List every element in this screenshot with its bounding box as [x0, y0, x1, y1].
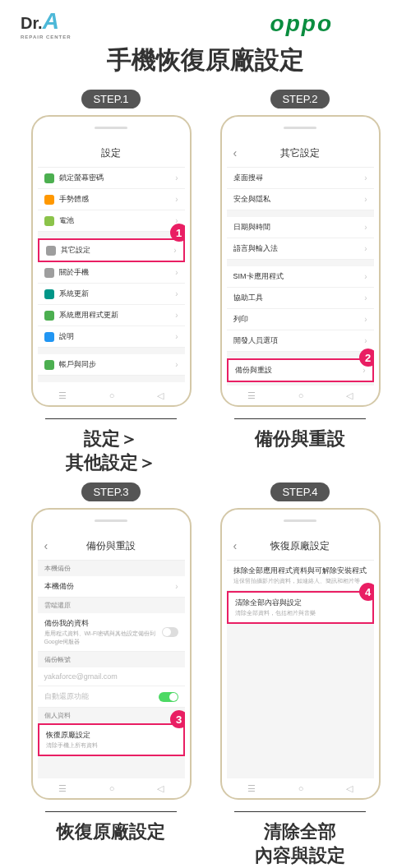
back-icon[interactable]: ‹ — [44, 539, 48, 552]
list-item[interactable]: 備份我的資料應用程式資料、Wi-Fi密碼與其他設定備份到Google伺服器 — [38, 613, 185, 652]
step-3: STEP.3 ‹備份與重設 本機備份 本機備份› 雲端還原 備份我的資料應用程式… — [25, 482, 197, 867]
list-item[interactable]: 電池› — [38, 210, 185, 232]
back-icon[interactable]: ‹ — [233, 539, 238, 552]
step-number-badge: 3 — [170, 710, 185, 728]
step-number-badge: 2 — [359, 349, 374, 367]
screen-title: ‹備份與重設 — [38, 533, 185, 561]
nav-back-icon[interactable]: ◁ — [157, 783, 164, 794]
list-item-other-settings[interactable]: 1 其它設定› — [38, 238, 185, 262]
list-item[interactable]: 桌面搜尋› — [227, 168, 374, 189]
list-item[interactable]: 列印› — [227, 309, 374, 330]
nav-menu-icon[interactable]: ☰ — [58, 390, 67, 401]
list-item[interactable]: 本機備份› — [38, 576, 185, 598]
phone-frame: ‹備份與重設 本機備份 本機備份› 雲端還原 備份我的資料應用程式資料、Wi-F… — [31, 508, 192, 800]
caption: 恢復原廠設定 — [57, 820, 165, 844]
nav-home-icon[interactable]: ○ — [109, 390, 115, 400]
toggle[interactable] — [162, 627, 178, 637]
toggle[interactable] — [159, 692, 178, 702]
nav-bar: ☰○◁ — [227, 389, 374, 402]
list-item-backup-reset[interactable]: 2 備份與重設› — [227, 358, 374, 382]
nav-menu-icon[interactable]: ☰ — [247, 783, 256, 794]
screen-title: 設定 — [38, 140, 185, 168]
divider — [234, 811, 366, 812]
list-item[interactable]: 安全與隱私› — [227, 189, 374, 210]
logo-dr-a: Dr.A REPAIR CENTER — [21, 8, 72, 39]
phone-frame: ‹其它設定 桌面搜尋› 安全與隱私› 日期與時間› 語言與輸入法› SIM卡應用… — [220, 115, 381, 407]
list-item[interactable]: 系統更新› — [38, 284, 185, 305]
nav-bar: ☰○◁ — [227, 782, 374, 795]
screen-title: ‹恢復原廠設定 — [227, 533, 374, 561]
nav-back-icon[interactable]: ◁ — [346, 390, 353, 401]
settings-list: 鎖定螢幕密碼› 手勢體感› 電池› 1 其它設定› 關於手機› 系統更新› 系統… — [38, 168, 185, 386]
list-item[interactable]: 日期與時間› — [227, 217, 374, 238]
step-badge: STEP.1 — [81, 90, 140, 108]
step-badge: STEP.3 — [81, 482, 140, 501]
step-2: STEP.2 ‹其它設定 桌面搜尋› 安全與隱私› 日期與時間› 語言與輸入法›… — [214, 90, 386, 474]
steps-grid: STEP.1 設定 鎖定螢幕密碼› 手勢體感› 電池› 1 其它設定› 關於手機… — [0, 90, 411, 868]
step-number-badge: 4 — [359, 583, 374, 601]
nav-bar: ☰○◁ — [38, 389, 185, 402]
section-label: 本機備份 — [38, 561, 185, 576]
header: Dr.A REPAIR CENTER oppo — [0, 0, 411, 39]
screen: 設定 鎖定螢幕密碼› 手勢體感› 電池› 1 其它設定› 關於手機› 系統更新›… — [38, 140, 185, 386]
screen: ‹恢復原廠設定 抹除全部應用程式資料與可解除安裝程式這保留拍攝影片的資料，如連絡… — [227, 533, 374, 778]
list-item-erase-all[interactable]: 4 清除全部內容與設定清除全部資料，包括相片與音樂 — [227, 591, 374, 624]
list-item[interactable]: 說明› — [38, 326, 185, 348]
section-label: 雲端還原 — [38, 598, 185, 613]
list-item[interactable]: 關於手機› — [38, 262, 185, 284]
step-badge: STEP.2 — [270, 90, 329, 108]
caption: 備份與重設 — [255, 427, 345, 451]
screen: ‹備份與重設 本機備份 本機備份› 雲端還原 備份我的資料應用程式資料、Wi-F… — [38, 533, 185, 778]
list-item[interactable]: 語言與輸入法› — [227, 238, 374, 260]
step-badge: STEP.4 — [270, 482, 329, 501]
list-item[interactable]: 開發人員選項› — [227, 330, 374, 352]
list-item[interactable]: 手勢體感› — [38, 189, 185, 210]
screen: ‹其它設定 桌面搜尋› 安全與隱私› 日期與時間› 語言與輸入法› SIM卡應用… — [227, 140, 374, 386]
list-item: yakaforce@gmail.com — [38, 667, 185, 686]
list-item[interactable]: 協助工具› — [227, 288, 374, 309]
divider — [45, 811, 177, 812]
list-item[interactable]: 系統應用程式更新› — [38, 305, 185, 326]
nav-menu-icon[interactable]: ☰ — [58, 783, 67, 794]
logo-oppo: oppo — [270, 11, 333, 37]
divider — [234, 418, 366, 419]
screen-title: ‹其它設定 — [227, 140, 374, 168]
nav-back-icon[interactable]: ◁ — [346, 783, 353, 794]
step-4: STEP.4 ‹恢復原廠設定 抹除全部應用程式資料與可解除安裝程式這保留拍攝影片… — [214, 482, 386, 867]
nav-home-icon[interactable]: ○ — [298, 390, 304, 400]
list-item[interactable]: 帳戶與同步› — [38, 354, 185, 376]
list-item[interactable]: 自動還原功能 — [38, 686, 185, 708]
section-label: 個人資料 — [38, 708, 185, 723]
nav-back-icon[interactable]: ◁ — [157, 390, 164, 401]
list-item-factory-reset[interactable]: 3 恢復原廠設定清除手機上所有資料 — [38, 723, 185, 756]
list-item[interactable]: O-Cloud› — [38, 382, 185, 386]
list-item[interactable]: SIM卡應用程式› — [227, 266, 374, 288]
settings-list: 桌面搜尋› 安全與隱私› 日期與時間› 語言與輸入法› SIM卡應用程式› 協助… — [227, 168, 374, 386]
page-title: 手機恢復原廠設定 — [0, 44, 411, 77]
section-label: 備份帳號 — [38, 652, 185, 667]
nav-menu-icon[interactable]: ☰ — [247, 390, 256, 401]
phone-frame: 設定 鎖定螢幕密碼› 手勢體感› 電池› 1 其它設定› 關於手機› 系統更新›… — [31, 115, 192, 407]
nav-home-icon[interactable]: ○ — [109, 783, 115, 793]
phone-frame: ‹恢復原廠設定 抹除全部應用程式資料與可解除安裝程式這保留拍攝影片的資料，如連絡… — [220, 508, 381, 800]
divider — [45, 418, 177, 419]
caption: 清除全部內容與設定 — [255, 820, 345, 867]
nav-home-icon[interactable]: ○ — [298, 783, 304, 793]
list-item[interactable]: 抹除全部應用程式資料與可解除安裝程式這保留拍攝影片的資料，如連絡人、簡訊和相片等 — [227, 561, 374, 591]
caption: 設定＞其他設定＞ — [66, 427, 156, 474]
back-icon[interactable]: ‹ — [233, 146, 238, 159]
step-1: STEP.1 設定 鎖定螢幕密碼› 手勢體感› 電池› 1 其它設定› 關於手機… — [25, 90, 197, 474]
list-item[interactable]: 鎖定螢幕密碼› — [38, 168, 185, 189]
step-number-badge: 1 — [170, 224, 185, 242]
nav-bar: ☰○◁ — [38, 782, 185, 795]
